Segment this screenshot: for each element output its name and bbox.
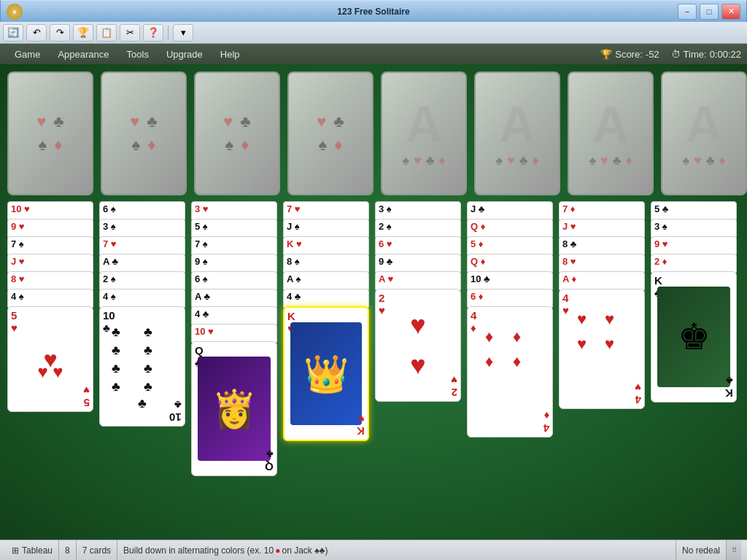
status-resize-handle[interactable]: ⠿ [727, 540, 741, 560]
foundation-piles: A ♠ ♥ ♣ ♦ A ♠ ♥ ♣ ♦ A [381, 71, 747, 195]
toolbar: 🔄 ↶ ↷ 🏆 📋 ✂ ❓ ▾ [0, 22, 747, 44]
columns-value: 8 [65, 545, 70, 556]
menu-tools[interactable]: Tools [118, 46, 158, 63]
close-button[interactable]: ✕ [721, 4, 740, 20]
score-item: 🏆 Score: -52 [600, 49, 659, 60]
table-row[interactable]: Q♣ 👸 Q♣ [191, 341, 277, 476]
time-item: ⏱ Time: 0:00:22 [671, 49, 741, 60]
time-label: Time: [684, 49, 707, 60]
tableau-col-7: 7 ♦ J ♥ 8 ♣ 8 ♥ A ♦ 4♥ ♥♥♥♥ 4♥ [559, 201, 645, 478]
red-dot-icon: ● [275, 545, 280, 556]
toolbar-redo-button[interactable]: ↷ [50, 24, 70, 42]
menu-help[interactable]: Help [212, 46, 249, 63]
titlebar-left: ♠ [7, 4, 23, 20]
score-area: 🏆 Score: -52 ⏱ Time: 0:00:22 [600, 49, 741, 60]
table-row[interactable]: 4♦ ♦♦♦♦ 4♦ [467, 306, 553, 438]
toolbar-options-button[interactable]: ✂ [120, 24, 140, 42]
time-value: 0:00:22 [710, 49, 741, 60]
stock-pile-3[interactable]: ♥ ♣ ♠ ♦ [194, 71, 280, 195]
stock-pile-2[interactable]: ♥ ♣ ♠ ♦ [101, 71, 187, 195]
maximize-button[interactable]: □ [700, 4, 719, 20]
top-area: ♥ ♣ ♠ ♦ ♥ ♣ ♠ ♦ [7, 71, 740, 195]
tableau-area: 10 ♥ 9 ♥ 7 ♠ J ♥ 8 ♥ 4 ♠ 5♥ ♥ ♥ ♥ 5♥ 6 ♠… [7, 201, 740, 478]
no-redeal-label: No redeal [682, 545, 720, 556]
status-columns: 8 [59, 540, 77, 560]
toolbar-refresh-button[interactable]: 🔄 [3, 24, 23, 42]
foundation-pile-1[interactable]: A ♠ ♥ ♣ ♦ [381, 71, 467, 195]
foundation-pile-4[interactable]: A ♠ ♥ ♣ ♦ [661, 71, 747, 195]
tableau-col-6: J ♣ Q ♦ 5 ♦ Q ♦ 10 ♣ 6 ♦ 4♦ ♦♦♦♦ 4♦ [467, 201, 553, 478]
titlebar-controls: − □ ✕ [678, 4, 740, 20]
stock-pile-4[interactable]: ♥ ♣ ♠ ♦ [287, 71, 374, 195]
status-tableau: ⊞ Tableau [6, 540, 59, 560]
toolbar-stats-button[interactable]: 📋 [96, 24, 117, 42]
table-row[interactable]: 2♥ ♥ ♥ 2♥ [375, 289, 461, 402]
status-cards: 7 cards [77, 540, 117, 560]
score-label: Score: [615, 49, 643, 60]
tableau-col-8: 5 ♣ 3 ♠ 9 ♥ 2 ♦ K♣ ♚ K♣ [651, 201, 737, 478]
tableau-col-5: 3 ♠ 2 ♠ 6 ♥ 9 ♣ A ♥ 2♥ ♥ ♥ 2♥ [375, 201, 461, 478]
clock-icon: ⏱ [671, 49, 681, 60]
menu-upgrade[interactable]: Upgrade [158, 46, 212, 63]
menubar: Game Appearance Tools Upgrade Help 🏆 Sco… [0, 44, 747, 64]
rule-text: Build down in alternating colors (ex. 10 [123, 545, 274, 556]
app-icon: ♠ [7, 4, 23, 20]
window-title: 123 Free Solitaire [0, 7, 747, 17]
toolbar-dropdown-button[interactable]: ▾ [173, 24, 193, 42]
table-row[interactable]: K♣ ♚ K♣ [651, 271, 737, 402]
titlebar: ♠ 123 Free Solitaire − □ ✕ [0, 0, 747, 22]
cards-value: 7 cards [82, 545, 111, 556]
score-trophy-icon: 🏆 [600, 49, 612, 60]
menu-appearance[interactable]: Appearance [49, 46, 117, 63]
tableau-col-4: 7 ♥ J ♠ K ♥ 8 ♠ A ♠ 4 ♣ K♥ 👑 K♥ [283, 201, 369, 478]
table-row[interactable]: K♥ 👑 K♥ [283, 306, 369, 441]
table-row[interactable]: 5♥ ♥ ♥ ♥ 5♥ [7, 306, 93, 412]
tableau-col-2: 6 ♠ 3 ♠ 7 ♥ A ♣ 2 ♠ 4 ♠ 10♣ ♣♣♣♣♣♣♣♣ ♣ 1… [99, 201, 185, 478]
game-area: ♥ ♣ ♠ ♦ ♥ ♣ ♠ ♦ [0, 64, 747, 540]
tableau-col-1: 10 ♥ 9 ♥ 7 ♠ J ♥ 8 ♥ 4 ♠ 5♥ ♥ ♥ ♥ 5♥ [7, 201, 93, 478]
toolbar-trophy-button[interactable]: 🏆 [73, 24, 93, 42]
grid-icon: ⊞ [12, 545, 19, 556]
toolbar-separator [168, 26, 169, 40]
table-row[interactable]: 4♥ ♥♥♥♥ 4♥ [559, 289, 645, 409]
toolbar-undo-button[interactable]: ↶ [26, 24, 47, 42]
score-value: -52 [646, 49, 659, 60]
foundation-pile-2[interactable]: A ♠ ♥ ♣ ♦ [474, 71, 560, 195]
tableau-label: Tableau [22, 545, 53, 556]
tableau-col-3: 3 ♥ 5 ♠ 7 ♠ 9 ♠ 6 ♠ A ♣ 4 ♣ 10 ♥ Q♣ 👸 Q♣ [191, 201, 277, 478]
foundation-pile-3[interactable]: A ♠ ♥ ♣ ♦ [568, 71, 654, 195]
status-rule: Build down in alternating colors (ex. 10… [117, 540, 676, 560]
toolbar-help-button[interactable]: ❓ [143, 24, 163, 42]
stock-pile-1[interactable]: ♥ ♣ ♠ ♦ [7, 71, 93, 195]
minimize-button[interactable]: − [678, 4, 697, 20]
status-redeal: No redeal [676, 540, 727, 560]
menu-game[interactable]: Game [6, 46, 49, 63]
stock-piles: ♥ ♣ ♠ ♦ ♥ ♣ ♠ ♦ [7, 71, 374, 195]
rule-suffix: on Jack ♠♣) [282, 545, 328, 556]
statusbar: ⊞ Tableau 8 7 cards Build down in altern… [0, 540, 747, 560]
table-row[interactable]: 10♣ ♣♣♣♣♣♣♣♣ ♣ 10♣ [99, 306, 185, 427]
